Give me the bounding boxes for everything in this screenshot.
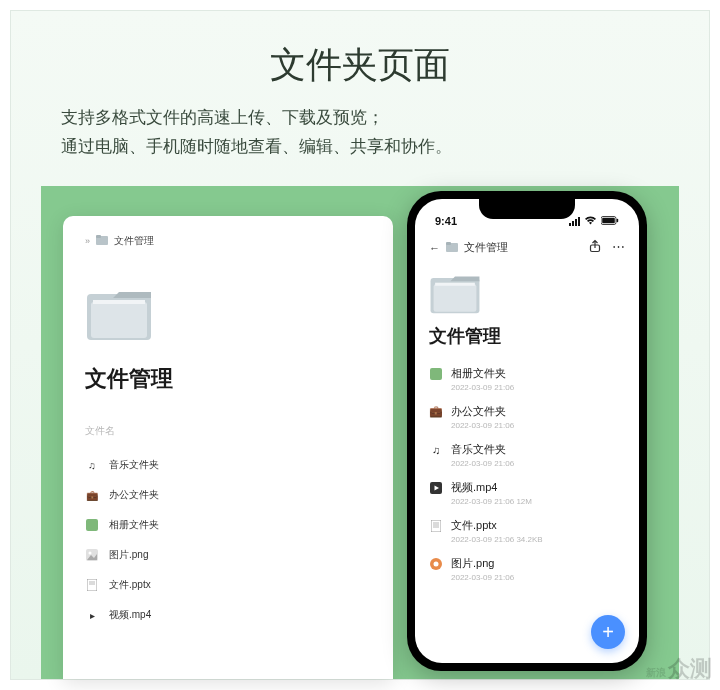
file-meta: 2022-03-09 21:06 34.2KB (451, 535, 625, 544)
svg-rect-13 (617, 219, 619, 222)
file-meta: 2022-03-09 21:06 12M (451, 497, 625, 506)
folder-hero-icon (85, 286, 153, 342)
file-row[interactable]: 💼办公文件夹 2022-03-09 21:06 (429, 398, 625, 436)
more-icon[interactable]: ⋯ (612, 239, 625, 256)
folder-mini-icon (96, 235, 108, 247)
svg-rect-12 (602, 218, 615, 224)
image-icon (85, 548, 99, 562)
file-name: 文件.pptx (109, 578, 151, 592)
file-name: 相册文件夹 (451, 366, 506, 381)
file-meta: 2022-03-09 21:06 (451, 573, 625, 582)
file-name: 图片.png (451, 556, 494, 571)
svg-rect-1 (96, 235, 101, 238)
phone-screen: 9:41 ← 文件管理 ⋯ (415, 199, 639, 663)
svg-point-27 (434, 561, 439, 566)
file-meta: 2022-03-09 21:06 (451, 383, 625, 392)
page-title: 文件夹页面 (41, 41, 679, 90)
file-name: 图片.png (109, 548, 148, 562)
breadcrumb-expand-icon[interactable]: » (85, 236, 90, 246)
plus-icon: + (602, 621, 614, 644)
document-icon (85, 578, 99, 592)
svg-point-7 (89, 552, 92, 555)
watermark: 新浪 众测 (646, 654, 712, 684)
watermark-small: 新浪 (646, 666, 666, 680)
file-name: 视频.mp4 (109, 608, 151, 622)
phone-device-frame: 9:41 ← 文件管理 ⋯ (407, 191, 647, 671)
file-row[interactable]: ▸ 视频.mp4 (85, 600, 371, 630)
desktop-app-panel: » 文件管理 文件管理 文件名 ♫ 音乐文件夹 💼 办公文件夹 相 (63, 216, 393, 679)
svg-rect-15 (446, 242, 451, 245)
file-name: 办公文件夹 (451, 404, 506, 419)
back-icon[interactable]: ← (429, 242, 440, 254)
cellular-icon (569, 217, 580, 226)
file-name: 视频.mp4 (451, 480, 497, 495)
desc-line-1: 支持多格式文件的高速上传、下载及预览； (61, 104, 659, 133)
folder-mini-icon (446, 242, 458, 254)
file-name: 音乐文件夹 (451, 442, 506, 457)
file-name: 音乐文件夹 (109, 458, 159, 472)
phone-title: 文件管理 (429, 324, 625, 348)
desc-line-2: 通过电脑、手机随时随地查看、编辑、共享和协作。 (61, 133, 659, 162)
svg-rect-5 (86, 519, 98, 531)
music-icon: ♫ (85, 458, 99, 472)
page-description: 支持多格式文件的高速上传、下载及预览； 通过电脑、手机随时随地查看、编辑、共享和… (61, 104, 659, 162)
briefcase-icon: 💼 (85, 488, 99, 502)
briefcase-icon: 💼 (429, 405, 443, 419)
file-row[interactable]: ♫音乐文件夹 2022-03-09 21:06 (429, 436, 625, 474)
desktop-title: 文件管理 (85, 364, 371, 394)
file-row[interactable]: 💼 办公文件夹 (85, 480, 371, 510)
file-row[interactable]: ♫ 音乐文件夹 (85, 450, 371, 480)
image-icon (429, 557, 443, 571)
svg-rect-19 (435, 283, 475, 286)
file-row[interactable]: 图片.png 2022-03-09 21:06 (429, 550, 625, 588)
file-row[interactable]: 视频.mp4 2022-03-09 21:06 12M (429, 474, 625, 512)
svg-rect-20 (430, 368, 442, 380)
phone-notch (479, 199, 575, 219)
svg-rect-18 (434, 284, 477, 312)
file-row[interactable]: 相册文件夹 2022-03-09 21:06 (429, 360, 625, 398)
document-icon (429, 519, 443, 533)
device-stage: » 文件管理 文件管理 文件名 ♫ 音乐文件夹 💼 办公文件夹 相 (41, 186, 679, 679)
status-indicators (569, 215, 619, 227)
file-row[interactable]: 文件.pptx (85, 570, 371, 600)
battery-icon (601, 215, 619, 227)
file-name: 办公文件夹 (109, 488, 159, 502)
file-name: 文件.pptx (451, 518, 497, 533)
video-icon: ▸ (85, 608, 99, 622)
add-button[interactable]: + (591, 615, 625, 649)
promo-frame: 文件夹页面 支持多格式文件的高速上传、下载及预览； 通过电脑、手机随时随地查看、… (10, 10, 710, 680)
column-header-filename: 文件名 (85, 424, 371, 438)
phone-breadcrumb-label[interactable]: 文件管理 (464, 240, 508, 255)
video-icon (429, 481, 443, 495)
svg-rect-22 (431, 520, 441, 532)
breadcrumb-label[interactable]: 文件管理 (114, 234, 154, 248)
folder-hero-icon (429, 272, 481, 316)
album-icon (429, 367, 443, 381)
breadcrumb[interactable]: » 文件管理 (85, 234, 371, 248)
file-name: 相册文件夹 (109, 518, 159, 532)
svg-rect-8 (87, 579, 97, 591)
file-meta: 2022-03-09 21:06 (451, 459, 625, 468)
svg-rect-4 (93, 300, 145, 304)
phone-header: ← 文件管理 ⋯ (429, 239, 625, 256)
share-icon[interactable] (588, 239, 602, 256)
file-meta: 2022-03-09 21:06 (451, 421, 625, 430)
status-time: 9:41 (435, 215, 457, 227)
wifi-icon (584, 215, 597, 227)
file-row[interactable]: 图片.png (85, 540, 371, 570)
file-row[interactable]: 文件.pptx 2022-03-09 21:06 34.2KB (429, 512, 625, 550)
music-icon: ♫ (429, 443, 443, 457)
file-row[interactable]: 相册文件夹 (85, 510, 371, 540)
album-icon (85, 518, 99, 532)
svg-rect-3 (91, 302, 147, 338)
watermark-big: 众测 (668, 654, 712, 684)
